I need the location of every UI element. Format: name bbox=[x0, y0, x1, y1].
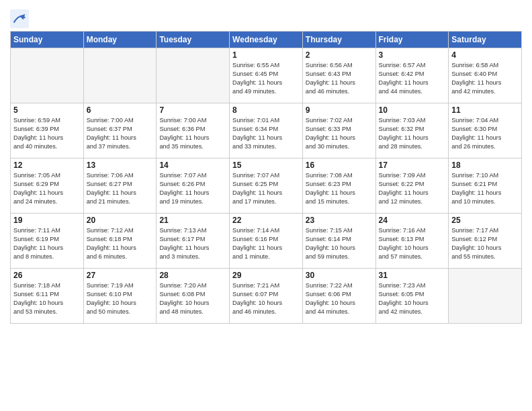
day-cell-15: 15Sunrise: 7:07 AMSunset: 6:25 PMDayligh… bbox=[230, 158, 303, 214]
day-cell-30: 30Sunrise: 7:22 AMSunset: 6:06 PMDayligh… bbox=[302, 269, 375, 324]
empty-cell bbox=[11, 48, 84, 103]
empty-cell bbox=[449, 269, 522, 324]
svg-rect-0 bbox=[10, 9, 29, 28]
day-number: 23 bbox=[306, 216, 373, 225]
week-row-3: 19Sunrise: 7:11 AMSunset: 6:19 PMDayligh… bbox=[11, 214, 522, 269]
day-cell-1: 1Sunrise: 6:55 AMSunset: 6:45 PMDaylight… bbox=[230, 48, 303, 103]
day-info: Sunrise: 7:15 AMSunset: 6:14 PMDaylight:… bbox=[306, 226, 373, 261]
day-cell-16: 16Sunrise: 7:08 AMSunset: 6:23 PMDayligh… bbox=[302, 158, 375, 214]
day-number: 16 bbox=[306, 161, 373, 170]
day-number: 12 bbox=[13, 161, 81, 170]
day-info: Sunrise: 7:19 AMSunset: 6:10 PMDaylight:… bbox=[87, 281, 154, 316]
day-info: Sunrise: 7:07 AMSunset: 6:25 PMDaylight:… bbox=[232, 171, 300, 206]
week-row-1: 5Sunrise: 6:59 AMSunset: 6:39 PMDaylight… bbox=[11, 103, 522, 158]
day-info: Sunrise: 7:14 AMSunset: 6:16 PMDaylight:… bbox=[232, 226, 300, 261]
day-number: 21 bbox=[159, 216, 226, 225]
day-info: Sunrise: 7:10 AMSunset: 6:21 PMDaylight:… bbox=[451, 171, 519, 206]
empty-cell bbox=[83, 48, 157, 103]
col-header-monday: Monday bbox=[83, 32, 157, 48]
day-info: Sunrise: 7:00 AMSunset: 6:37 PMDaylight:… bbox=[87, 116, 154, 151]
day-info: Sunrise: 6:59 AMSunset: 6:39 PMDaylight:… bbox=[13, 116, 81, 151]
day-cell-25: 25Sunrise: 7:17 AMSunset: 6:12 PMDayligh… bbox=[449, 214, 522, 269]
calendar: SundayMondayTuesdayWednesdayThursdayFrid… bbox=[10, 31, 522, 324]
day-info: Sunrise: 7:23 AMSunset: 6:05 PMDaylight:… bbox=[379, 281, 446, 316]
day-cell-14: 14Sunrise: 7:07 AMSunset: 6:26 PMDayligh… bbox=[157, 158, 230, 214]
logo bbox=[10, 9, 32, 28]
day-number: 29 bbox=[232, 271, 300, 280]
day-number: 4 bbox=[451, 50, 519, 60]
week-row-2: 12Sunrise: 7:05 AMSunset: 6:29 PMDayligh… bbox=[11, 158, 522, 214]
day-cell-17: 17Sunrise: 7:09 AMSunset: 6:22 PMDayligh… bbox=[375, 158, 449, 214]
day-info: Sunrise: 6:58 AMSunset: 6:40 PMDaylight:… bbox=[451, 61, 519, 96]
day-info: Sunrise: 7:06 AMSunset: 6:27 PMDaylight:… bbox=[87, 171, 154, 206]
day-cell-28: 28Sunrise: 7:20 AMSunset: 6:08 PMDayligh… bbox=[157, 269, 230, 324]
empty-cell bbox=[157, 48, 230, 103]
day-number: 5 bbox=[13, 105, 81, 115]
day-cell-19: 19Sunrise: 7:11 AMSunset: 6:19 PMDayligh… bbox=[11, 214, 84, 269]
week-row-4: 26Sunrise: 7:18 AMSunset: 6:11 PMDayligh… bbox=[11, 269, 522, 324]
day-info: Sunrise: 7:21 AMSunset: 6:07 PMDaylight:… bbox=[232, 281, 300, 316]
logo-icon bbox=[10, 9, 29, 28]
day-number: 19 bbox=[13, 216, 81, 225]
day-info: Sunrise: 7:01 AMSunset: 6:34 PMDaylight:… bbox=[232, 116, 300, 151]
day-cell-4: 4Sunrise: 6:58 AMSunset: 6:40 PMDaylight… bbox=[449, 48, 522, 103]
day-cell-9: 9Sunrise: 7:02 AMSunset: 6:33 PMDaylight… bbox=[302, 103, 375, 158]
day-cell-31: 31Sunrise: 7:23 AMSunset: 6:05 PMDayligh… bbox=[375, 269, 449, 324]
day-number: 1 bbox=[232, 50, 300, 60]
col-header-wednesday: Wednesday bbox=[230, 32, 303, 48]
day-info: Sunrise: 6:56 AMSunset: 6:43 PMDaylight:… bbox=[306, 61, 373, 96]
day-cell-6: 6Sunrise: 7:00 AMSunset: 6:37 PMDaylight… bbox=[83, 103, 157, 158]
day-cell-26: 26Sunrise: 7:18 AMSunset: 6:11 PMDayligh… bbox=[11, 269, 84, 324]
day-info: Sunrise: 7:22 AMSunset: 6:06 PMDaylight:… bbox=[306, 281, 373, 316]
week-row-0: 1Sunrise: 6:55 AMSunset: 6:45 PMDaylight… bbox=[11, 48, 522, 103]
day-cell-8: 8Sunrise: 7:01 AMSunset: 6:34 PMDaylight… bbox=[230, 103, 303, 158]
col-header-friday: Friday bbox=[375, 32, 449, 48]
day-number: 20 bbox=[87, 216, 154, 225]
day-number: 13 bbox=[87, 161, 154, 170]
day-info: Sunrise: 6:57 AMSunset: 6:42 PMDaylight:… bbox=[379, 61, 446, 96]
day-info: Sunrise: 7:12 AMSunset: 6:18 PMDaylight:… bbox=[87, 226, 154, 261]
day-number: 22 bbox=[232, 216, 300, 225]
day-number: 3 bbox=[379, 50, 446, 60]
day-info: Sunrise: 7:04 AMSunset: 6:30 PMDaylight:… bbox=[451, 116, 519, 151]
day-cell-22: 22Sunrise: 7:14 AMSunset: 6:16 PMDayligh… bbox=[230, 214, 303, 269]
day-info: Sunrise: 7:20 AMSunset: 6:08 PMDaylight:… bbox=[159, 281, 226, 316]
day-number: 24 bbox=[379, 216, 446, 225]
day-cell-29: 29Sunrise: 7:21 AMSunset: 6:07 PMDayligh… bbox=[230, 269, 303, 324]
day-info: Sunrise: 7:02 AMSunset: 6:33 PMDaylight:… bbox=[306, 116, 373, 151]
day-cell-23: 23Sunrise: 7:15 AMSunset: 6:14 PMDayligh… bbox=[302, 214, 375, 269]
day-cell-11: 11Sunrise: 7:04 AMSunset: 6:30 PMDayligh… bbox=[449, 103, 522, 158]
day-info: Sunrise: 7:07 AMSunset: 6:26 PMDaylight:… bbox=[159, 171, 226, 206]
day-number: 7 bbox=[159, 105, 226, 115]
day-info: Sunrise: 7:18 AMSunset: 6:11 PMDaylight:… bbox=[13, 281, 81, 316]
day-info: Sunrise: 7:13 AMSunset: 6:17 PMDaylight:… bbox=[159, 226, 226, 261]
day-number: 27 bbox=[87, 271, 154, 280]
day-number: 28 bbox=[159, 271, 226, 280]
day-cell-3: 3Sunrise: 6:57 AMSunset: 6:42 PMDaylight… bbox=[375, 48, 449, 103]
calendar-header-row: SundayMondayTuesdayWednesdayThursdayFrid… bbox=[11, 32, 522, 48]
header bbox=[10, 7, 522, 28]
day-number: 17 bbox=[379, 161, 446, 170]
day-info: Sunrise: 7:08 AMSunset: 6:23 PMDaylight:… bbox=[306, 171, 373, 206]
day-cell-5: 5Sunrise: 6:59 AMSunset: 6:39 PMDaylight… bbox=[11, 103, 84, 158]
day-cell-12: 12Sunrise: 7:05 AMSunset: 6:29 PMDayligh… bbox=[11, 158, 84, 214]
day-number: 31 bbox=[379, 271, 446, 280]
day-cell-20: 20Sunrise: 7:12 AMSunset: 6:18 PMDayligh… bbox=[83, 214, 157, 269]
col-header-sunday: Sunday bbox=[11, 32, 84, 48]
day-number: 6 bbox=[87, 105, 154, 115]
day-info: Sunrise: 7:16 AMSunset: 6:13 PMDaylight:… bbox=[379, 226, 446, 261]
day-number: 14 bbox=[159, 161, 226, 170]
day-number: 2 bbox=[306, 50, 373, 60]
day-cell-2: 2Sunrise: 6:56 AMSunset: 6:43 PMDaylight… bbox=[302, 48, 375, 103]
page-container: SundayMondayTuesdayWednesdayThursdayFrid… bbox=[0, 0, 532, 330]
col-header-tuesday: Tuesday bbox=[157, 32, 230, 48]
day-number: 25 bbox=[451, 216, 519, 225]
col-header-thursday: Thursday bbox=[302, 32, 375, 48]
day-cell-21: 21Sunrise: 7:13 AMSunset: 6:17 PMDayligh… bbox=[157, 214, 230, 269]
day-number: 15 bbox=[232, 161, 300, 170]
day-number: 9 bbox=[306, 105, 373, 115]
day-info: Sunrise: 7:00 AMSunset: 6:36 PMDaylight:… bbox=[159, 116, 226, 151]
day-cell-7: 7Sunrise: 7:00 AMSunset: 6:36 PMDaylight… bbox=[157, 103, 230, 158]
day-cell-27: 27Sunrise: 7:19 AMSunset: 6:10 PMDayligh… bbox=[83, 269, 157, 324]
day-cell-18: 18Sunrise: 7:10 AMSunset: 6:21 PMDayligh… bbox=[449, 158, 522, 214]
